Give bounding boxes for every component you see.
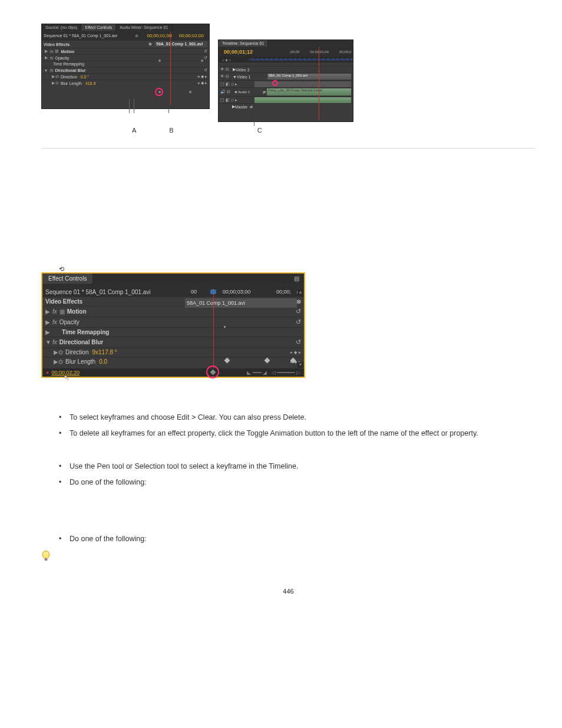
expand-icon[interactable]: ▶ xyxy=(51,74,55,79)
tab-source[interactable]: Source: (no clips) xyxy=(42,24,81,31)
bullet-item: Use the Pen tool or Selection tool to se… xyxy=(70,461,535,472)
expand-icon[interactable]: ▶ xyxy=(51,81,55,85)
ruler-tick: 00;00;0 xyxy=(339,50,351,54)
expand-icon[interactable]: ▶ xyxy=(44,49,48,54)
keyframe-next-icon[interactable]: ▸ xyxy=(299,350,301,355)
callout-line xyxy=(134,99,134,113)
expand-icon[interactable]: ▶ xyxy=(54,349,58,355)
tab-effect-controls[interactable]: Effect Controls xyxy=(42,274,93,284)
collapse-icon[interactable]: ▼ xyxy=(45,339,50,345)
toggle-animation-icon[interactable]: ⊙ xyxy=(58,358,63,365)
track-master[interactable]: Master xyxy=(235,105,247,109)
playhead[interactable] xyxy=(319,47,319,120)
ruler-tick: 00;00;03;00 xyxy=(223,289,251,298)
callout-circle xyxy=(155,88,163,96)
keyframe-marker[interactable] xyxy=(158,60,161,62)
panel-menu-icon[interactable]: ▤ xyxy=(289,274,304,284)
eye-icon[interactable]: 👁 ⊟ xyxy=(220,74,229,79)
direction-value[interactable]: 9x117.8 ° xyxy=(92,349,117,355)
work-area-bar[interactable] xyxy=(249,58,353,61)
reset-icon[interactable]: ↺ xyxy=(204,55,207,60)
timecode-2: 00;00;02;00 xyxy=(176,32,207,39)
scrollbar-up-icon[interactable]: ▲ xyxy=(297,289,303,295)
scrollbar-down-icon[interactable]: ▼ xyxy=(297,362,303,368)
playhead[interactable] xyxy=(213,289,214,368)
label-a: A xyxy=(132,127,136,134)
audio-clip-body[interactable] xyxy=(254,97,351,103)
clip-bar: 58A_01 Comp 1_001.avi xyxy=(185,298,297,308)
callout-line xyxy=(168,108,169,113)
track-video-1[interactable]: Video 1 xyxy=(237,75,265,79)
tab-effect-controls[interactable]: Effect Controls xyxy=(81,24,116,31)
collapse-icon[interactable]: ▼ xyxy=(233,75,237,79)
svg-rect-1 xyxy=(45,558,48,561)
keyframe-prev-icon[interactable]: ◂ xyxy=(197,81,200,85)
toggle-animation-icon[interactable]: ⊙ xyxy=(58,349,63,355)
callout-line xyxy=(254,121,254,126)
effect-time-remapping[interactable]: Time Remapping xyxy=(53,62,84,66)
bullet-item: To select keyframes and choose Edit > Cl… xyxy=(70,412,535,423)
playhead[interactable] xyxy=(170,32,171,105)
toggle-animation-icon[interactable]: ⊙ xyxy=(55,74,59,79)
reset-icon[interactable]: ↺ xyxy=(204,68,207,73)
collapse-icon[interactable]: ▼ xyxy=(44,68,48,73)
expand-icon[interactable]: ▶ xyxy=(44,55,48,60)
track-video-2[interactable]: Video 2 xyxy=(236,68,250,72)
cti-head-icon[interactable] xyxy=(210,289,216,294)
expand-icon[interactable]: ▶ xyxy=(45,308,50,315)
keyframe-add-icon[interactable]: ◆ xyxy=(201,81,204,85)
tip-icon xyxy=(41,551,51,564)
blur-length-value[interactable]: 418.8 xyxy=(85,81,96,85)
keyframe-timeline: 00 00;00;03;00 00;00; 58A_01 Comp 1_001.… xyxy=(185,289,297,368)
tab-timeline[interactable]: Timeline: Sequence 01 xyxy=(219,40,268,47)
effect-time-remapping[interactable]: Time Remapping xyxy=(62,329,109,335)
effect-motion[interactable]: Motion xyxy=(61,50,204,54)
ruler-tick: 00 xyxy=(191,289,197,298)
track-controls[interactable]: ▢ ◧ ◇ ▸ xyxy=(220,98,254,103)
label-c: C xyxy=(257,127,262,134)
bullet-item: Do one of the following: xyxy=(70,533,535,545)
expand-icon[interactable]: ▶ xyxy=(45,329,50,335)
prop-blur-length: Blur Length xyxy=(65,358,95,365)
effect-controls-panel-large: Effect Controls ▤ Sequence 01 * 58A_01 C… xyxy=(41,272,305,378)
svg-point-0 xyxy=(42,551,49,558)
expand-icon[interactable]: ▶ xyxy=(54,358,58,365)
keyframe-next-icon[interactable]: ▸ xyxy=(205,74,207,79)
cursor-icon: ↖ xyxy=(64,374,70,382)
keyframe-add-icon[interactable]: ◆ xyxy=(201,74,204,79)
speaker-icon[interactable]: 🔊 ⊟ xyxy=(220,90,230,94)
keyframe-marker[interactable] xyxy=(224,326,226,328)
collapse-icon[interactable]: ▼ xyxy=(234,90,238,94)
direction-value[interactable]: 0.0 ° xyxy=(81,75,89,79)
audio-clip[interactable]: Party_Life_SFX.wav Volume:Level xyxy=(267,88,351,95)
zoom-controls[interactable]: ◣ ━━━ ◢ ◁ ━━━━━━ ▷ xyxy=(247,370,300,375)
blur-length-value[interactable]: 0.0 xyxy=(99,358,107,365)
keyframe-next-icon[interactable]: ▸ xyxy=(205,81,207,85)
toggle-animation-icon[interactable]: ⊙ xyxy=(55,81,59,85)
reset-icon[interactable]: ↺ xyxy=(204,49,207,54)
keyframe-prev-icon[interactable]: ◂ xyxy=(197,74,200,79)
bullet-item: To delete all keyframes for an effect pr… xyxy=(70,428,535,439)
icon-link[interactable]: ⊘ xyxy=(135,34,138,38)
icon-toggle[interactable]: ⊗ xyxy=(296,298,301,305)
expand-icon[interactable]: ▶ xyxy=(45,319,50,325)
track-controls[interactable]: ▢ ◧ ◇ ▸ xyxy=(220,82,254,87)
icon-toggle[interactable]: ⊗ xyxy=(148,42,152,47)
divider xyxy=(41,148,535,149)
track-audio-1[interactable]: Audio 1 xyxy=(238,90,263,94)
timeline-panel: Timeline: Sequence 01 00;00;01;12 ;00;00… xyxy=(218,39,353,122)
video-clip[interactable]: 58A_01 Comp 1_001.avi xyxy=(267,74,351,80)
effect-directional-blur[interactable]: Directional Blur xyxy=(55,68,204,73)
tab-audio-mixer[interactable]: Audio Mixer: Sequence 01 xyxy=(116,24,172,31)
eye-icon[interactable]: 👁 ⊟ xyxy=(220,67,229,72)
bullet-item: Do one of the following: xyxy=(70,477,535,488)
callout-circle xyxy=(206,365,219,378)
keyframe-marker[interactable] xyxy=(201,60,203,62)
ruler-tick: 00;00; xyxy=(276,289,291,298)
keyframe-marker[interactable] xyxy=(189,91,191,93)
video-clip-body[interactable] xyxy=(254,81,351,87)
label-b: B xyxy=(169,127,173,134)
effect-opacity[interactable]: Opacity xyxy=(55,56,204,60)
cti-timecode[interactable]: 00;00;01;12 xyxy=(220,48,256,56)
snap-icon[interactable]: ⌕ ◧ ↕ xyxy=(222,58,231,62)
